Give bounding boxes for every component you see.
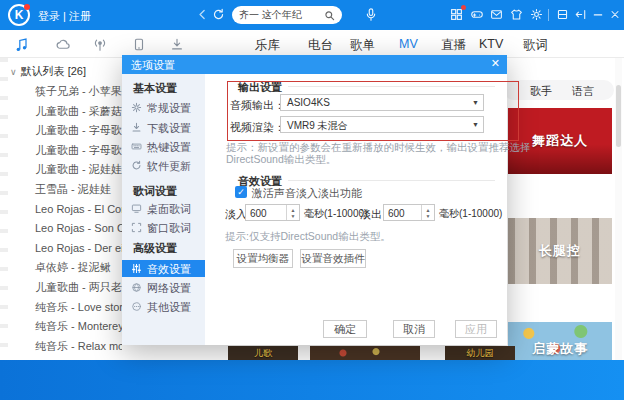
tab-yueku[interactable]: 乐库 bbox=[255, 37, 280, 54]
dialog-nav-header: 基本设置 bbox=[133, 81, 177, 96]
logo-notification-dot bbox=[24, 4, 30, 10]
video-render-value: VMR9 未混合 bbox=[287, 119, 348, 133]
mail-icon[interactable] bbox=[490, 8, 503, 21]
mv-card[interactable]: 长腿控 bbox=[508, 218, 612, 284]
network-globe-icon bbox=[131, 282, 142, 293]
stepper-down-icon[interactable]: ▼ bbox=[291, 213, 296, 219]
tab-gedan[interactable]: 歌单 bbox=[350, 37, 375, 54]
section-divider bbox=[288, 86, 495, 87]
fade-out-unit: 毫秒(1-10000) bbox=[439, 207, 502, 221]
playlist-item[interactable]: 儿童歌曲 - 字母歌 - 单曲版 bbox=[35, 141, 122, 161]
dialog-nav-item-other[interactable]: 其他设置 bbox=[122, 298, 205, 315]
dialog-nav-item-network[interactable]: 网络设置 bbox=[122, 279, 205, 296]
cancel-button[interactable]: 取消 bbox=[393, 320, 435, 338]
dialog-nav-item-download[interactable]: 下载设置 bbox=[122, 119, 205, 136]
kugou-app-window: K 登录 | 注册 齐一 这个年纪 bbox=[0, 0, 624, 400]
local-music-tab-icon[interactable] bbox=[14, 37, 29, 52]
playlist-item[interactable]: Leo Rojas - El Condor Pasa bbox=[35, 200, 122, 220]
caret-down-icon: ▼ bbox=[472, 121, 479, 128]
dialog-nav-item-desktop-lyrics[interactable]: 桌面歌词 bbox=[122, 200, 205, 217]
skin-shirt-icon[interactable] bbox=[510, 8, 523, 21]
desktop-lyrics-icon bbox=[131, 203, 142, 214]
stepper-down-icon[interactable]: ▼ bbox=[426, 213, 431, 219]
titlebar-divider bbox=[548, 9, 549, 21]
ok-button[interactable]: 确定 bbox=[323, 320, 367, 338]
fade-out-stepper[interactable]: ▲ ▼ bbox=[421, 205, 434, 220]
sound-hint: 提示:仅支持DirectSound输出类型。 bbox=[225, 230, 391, 244]
tab-mv[interactable]: MV bbox=[399, 37, 418, 51]
dialog-nav-item-general[interactable]: 常规设置 bbox=[122, 99, 205, 116]
download-manager-tab-icon[interactable] bbox=[170, 37, 184, 52]
radio-tab-icon[interactable] bbox=[92, 37, 108, 52]
playlist-item[interactable]: 纯音乐 - Monterey bbox=[35, 317, 122, 337]
ellipsis-circle-icon bbox=[131, 301, 142, 312]
dialog-nav-item-window-lyrics[interactable]: 窗口歌词 bbox=[122, 219, 205, 236]
close-window-icon[interactable] bbox=[609, 8, 621, 21]
fade-in-value: 600 bbox=[250, 208, 267, 219]
filter-singer[interactable]: 歌手 bbox=[530, 84, 552, 99]
playlist-item[interactable]: 儿童歌曲 - 采蘑菇的小姑娘 bbox=[35, 102, 122, 122]
login-register-link[interactable]: 登录 | 注册 bbox=[38, 9, 91, 24]
apps-grid-icon[interactable] bbox=[450, 8, 463, 21]
search-icon[interactable] bbox=[324, 10, 335, 21]
dialog-title: 选项设置 bbox=[131, 58, 175, 73]
dialog-close-icon[interactable]: ✕ bbox=[491, 57, 500, 70]
playlist-item[interactable]: 儿童歌曲 - 字母歌 bbox=[35, 121, 122, 141]
mv-card-label: 启蒙故事 bbox=[532, 340, 588, 358]
fade-checkbox[interactable]: ✓ bbox=[235, 186, 247, 198]
clipped-background-edge bbox=[0, 58, 8, 360]
dock-side-icon[interactable] bbox=[574, 8, 587, 21]
playlist-list: 筷子兄弟 - 小苹果 儿童歌曲 - 采蘑菇的小姑娘 儿童歌曲 - 字母歌 儿童歌… bbox=[8, 82, 122, 356]
kugou-logo[interactable]: K bbox=[8, 4, 30, 26]
cloud-music-tab-icon[interactable] bbox=[55, 37, 71, 52]
device-transfer-tab-icon[interactable] bbox=[132, 37, 146, 52]
chevron-down-icon: ∨ bbox=[10, 67, 17, 77]
refresh-icon[interactable] bbox=[212, 8, 225, 21]
sound-plugin-button[interactable]: 设置音效插件 bbox=[300, 249, 366, 268]
settings-gear-icon[interactable] bbox=[530, 8, 543, 21]
apply-button[interactable]: 应用 bbox=[455, 320, 497, 338]
mv-thumb-partial[interactable]: 儿歌 bbox=[228, 346, 298, 360]
nav-row: 乐库 电台 歌单 MV 直播 KTV 歌词 bbox=[0, 30, 624, 58]
tab-zhibo[interactable]: 直播 bbox=[441, 37, 466, 54]
mini-mode-icon[interactable] bbox=[556, 8, 569, 21]
playlist-item[interactable]: Leo Rojas - Der einsame ... bbox=[35, 239, 122, 259]
playlist-item[interactable]: 王雪晶 - 泥娃娃 bbox=[35, 180, 122, 200]
playlist-header[interactable]: ∨ 默认列表 [26] bbox=[10, 64, 86, 79]
dialog-nav-item-hotkeys[interactable]: 热键设置 bbox=[122, 138, 205, 155]
back-icon[interactable] bbox=[196, 8, 209, 21]
playlist-item[interactable]: 筷子兄弟 - 小苹果 bbox=[35, 82, 122, 102]
fade-in-input[interactable]: 600 ▲ ▼ bbox=[245, 204, 300, 221]
apps-notification-dot bbox=[461, 5, 466, 10]
mic-search-icon[interactable] bbox=[364, 7, 378, 22]
playlist-item[interactable]: 儿童歌曲 - 两只老虎 bbox=[35, 278, 122, 298]
playlist-item[interactable]: 纯音乐 - Relax moments bbox=[35, 337, 122, 357]
titlebar: K 登录 | 注册 齐一 这个年纪 bbox=[0, 0, 624, 30]
equalizer-sliders-icon bbox=[131, 263, 142, 274]
fade-out-input[interactable]: 600 ▲ ▼ bbox=[383, 204, 435, 221]
dialog-nav-item-update[interactable]: 软件更新 bbox=[122, 157, 205, 174]
section-divider bbox=[288, 180, 495, 181]
playlist-item[interactable]: 纯音乐 - Love story bbox=[35, 298, 122, 318]
mv-thumb-partial[interactable] bbox=[310, 346, 420, 360]
fade-in-stepper[interactable]: ▲ ▼ bbox=[286, 205, 299, 220]
minimize-icon[interactable] bbox=[592, 8, 604, 21]
video-render-select[interactable]: VMR9 未混合 ▼ bbox=[280, 116, 484, 133]
dialog-nav-item-sound-effects[interactable]: 音效设置 bbox=[122, 260, 205, 277]
audio-output-value: ASIO4KS bbox=[287, 97, 330, 108]
tab-geci[interactable]: 歌词 bbox=[523, 37, 548, 54]
filter-language[interactable]: 语言 bbox=[572, 84, 594, 99]
search-input[interactable]: 齐一 这个年纪 bbox=[239, 8, 324, 22]
playlist-item[interactable]: 儿童歌曲 - 泥娃娃 bbox=[35, 160, 122, 180]
tab-ktv[interactable]: KTV bbox=[479, 37, 503, 51]
playlist-item[interactable]: 卓依婷 - 捉泥鳅 bbox=[35, 258, 122, 278]
mv-card[interactable]: 启蒙故事 bbox=[508, 322, 612, 360]
playlist-item[interactable]: Leo Rojas - Son Of Ecuad... bbox=[35, 219, 122, 239]
game-icon[interactable] bbox=[470, 8, 484, 21]
equalizer-button[interactable]: 设置均衡器 bbox=[233, 249, 293, 268]
audio-output-select[interactable]: ASIO4KS ▼ bbox=[280, 94, 484, 111]
mv-thumb-partial[interactable]: 幼儿园 bbox=[445, 346, 515, 360]
tab-diantai[interactable]: 电台 bbox=[308, 37, 333, 54]
search-box[interactable]: 齐一 这个年纪 bbox=[232, 6, 342, 24]
scrollbar-thumb[interactable] bbox=[616, 85, 621, 147]
